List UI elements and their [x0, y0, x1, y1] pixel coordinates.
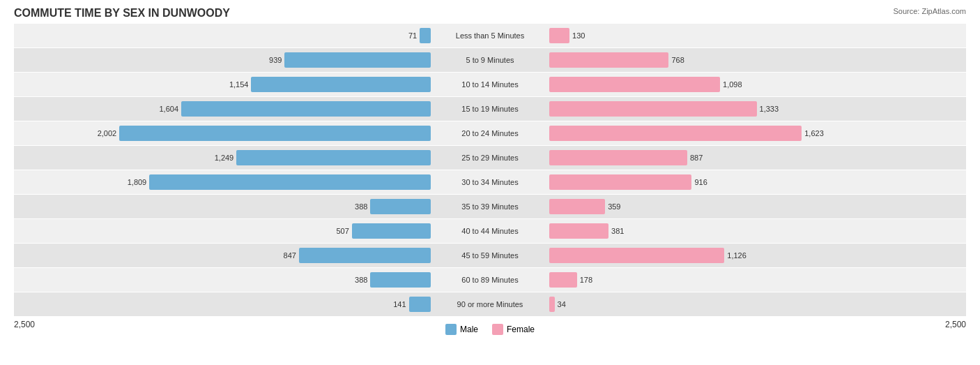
row-left-side: 939 — [14, 52, 490, 68]
male-bar — [284, 52, 431, 68]
male-value: 939 — [257, 56, 282, 64]
female-value: 1,333 — [760, 105, 784, 113]
female-value: 1,098 — [723, 80, 747, 89]
row-left-side: 1,154 — [14, 77, 490, 92]
female-bar — [549, 52, 668, 68]
chart-row: 2,00220 to 24 Minutes1,623 — [14, 121, 966, 145]
female-value: 768 — [671, 56, 696, 64]
row-right-side: 768 — [490, 52, 966, 68]
chart-container: COMMUTE TIME BY SEX IN DUNWOODY Source: … — [0, 0, 980, 365]
female-bar — [549, 77, 720, 92]
row-right-side: 1,623 — [490, 126, 966, 141]
row-left-side: 507 — [14, 223, 490, 239]
male-bar — [119, 126, 431, 141]
female-bar — [549, 28, 569, 43]
legend-female-box — [492, 324, 503, 335]
male-bar — [299, 248, 431, 263]
chart-row: 50740 to 44 Minutes381 — [14, 219, 966, 243]
row-left-side: 1,809 — [14, 174, 490, 190]
male-value: 388 — [343, 202, 367, 211]
male-bar — [181, 101, 431, 117]
legend: Male Female — [445, 324, 535, 335]
row-left-side: 388 — [14, 199, 490, 214]
chart-row: 38835 to 39 Minutes359 — [14, 195, 966, 218]
male-bar — [370, 199, 431, 214]
legend-female: Female — [492, 324, 535, 335]
female-bar — [549, 150, 687, 165]
chart-row: 1,60415 to 19 Minutes1,333 — [14, 97, 966, 121]
chart-row: 1,80930 to 34 Minutes916 — [14, 170, 966, 194]
female-value: 1,623 — [804, 129, 829, 137]
chart-row: 38860 to 89 Minutes178 — [14, 268, 966, 292]
axis-labels: 2,500 Male Female 2,500 — [14, 320, 966, 335]
female-bar — [549, 272, 577, 288]
male-value: 71 — [392, 31, 417, 40]
chart-row: 14190 or more Minutes34 — [14, 292, 966, 316]
female-value: 887 — [690, 154, 714, 162]
male-value: 507 — [325, 227, 349, 235]
female-bar — [549, 101, 757, 117]
male-bar — [409, 297, 431, 312]
source-label: Source: ZipAtlas.com — [893, 7, 966, 15]
male-bar — [352, 223, 431, 239]
row-right-side: 381 — [490, 223, 966, 239]
row-left-side: 847 — [14, 248, 490, 263]
female-value: 130 — [572, 31, 597, 40]
legend-male: Male — [445, 324, 478, 335]
male-value: 847 — [272, 251, 296, 260]
female-value: 916 — [694, 178, 719, 186]
row-left-side: 71 — [14, 28, 490, 43]
axis-left: 2,500 — [14, 320, 35, 335]
legend-male-label: Male — [460, 325, 478, 334]
row-left-side: 1,249 — [14, 150, 490, 165]
row-right-side: 130 — [490, 28, 966, 43]
female-value: 381 — [611, 227, 636, 235]
male-value: 2,002 — [92, 129, 116, 137]
female-bar — [549, 174, 691, 190]
row-right-side: 359 — [490, 199, 966, 214]
female-bar — [549, 199, 605, 214]
row-right-side: 1,126 — [490, 248, 966, 263]
row-right-side: 1,098 — [490, 77, 966, 92]
row-right-side: 1,333 — [490, 101, 966, 117]
row-right-side: 916 — [490, 174, 966, 190]
female-value: 359 — [608, 202, 632, 211]
row-left-side: 141 — [14, 297, 490, 312]
male-bar — [420, 28, 431, 43]
chart-row: 1,15410 to 14 Minutes1,098 — [14, 73, 966, 96]
male-value: 388 — [343, 276, 367, 284]
chart-inner: 71Less than 5 Minutes1309395 to 9 Minute… — [14, 24, 966, 333]
row-right-side: 178 — [490, 272, 966, 288]
male-value: 1,154 — [224, 80, 248, 89]
legend-male-box — [445, 324, 457, 335]
female-bar — [549, 223, 608, 239]
chart-row: 71Less than 5 Minutes130 — [14, 24, 966, 47]
female-bar — [549, 297, 555, 312]
male-value: 1,604 — [154, 105, 178, 113]
row-right-side: 887 — [490, 150, 966, 165]
male-value: 141 — [382, 300, 406, 308]
female-value: 34 — [558, 300, 582, 308]
row-left-side: 1,604 — [14, 101, 490, 117]
female-value: 178 — [580, 276, 604, 284]
row-left-side: 388 — [14, 272, 490, 288]
row-right-side: 34 — [490, 297, 966, 312]
row-left-side: 2,002 — [14, 126, 490, 141]
chart-title: COMMUTE TIME BY SEX IN DUNWOODY — [14, 7, 966, 20]
axis-right: 2,500 — [945, 320, 966, 335]
male-bar — [370, 272, 431, 288]
legend-female-label: Female — [507, 325, 535, 334]
male-bar — [149, 174, 431, 190]
male-bar — [251, 77, 431, 92]
male-value: 1,809 — [122, 178, 146, 186]
rows-container: 71Less than 5 Minutes1309395 to 9 Minute… — [14, 24, 966, 317]
female-bar — [549, 126, 802, 141]
female-value: 1,126 — [727, 251, 751, 260]
chart-row: 1,24925 to 29 Minutes887 — [14, 146, 966, 170]
chart-row: 84745 to 59 Minutes1,126 — [14, 244, 966, 267]
male-bar — [236, 150, 431, 165]
female-bar — [549, 248, 724, 263]
male-value: 1,249 — [209, 154, 233, 162]
chart-row: 9395 to 9 Minutes768 — [14, 48, 966, 72]
